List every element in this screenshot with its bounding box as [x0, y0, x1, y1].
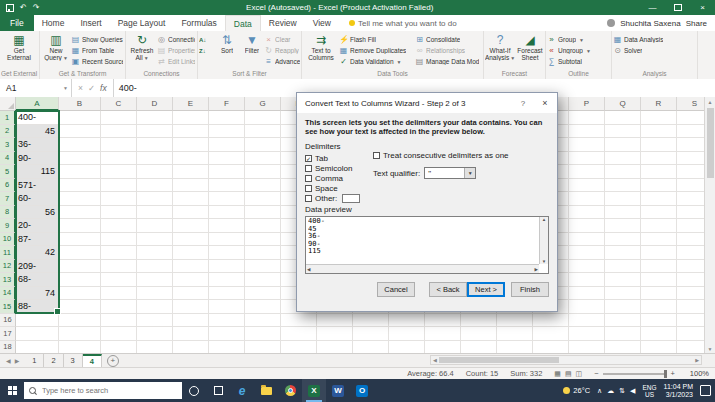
cell-G2[interactable]: [245, 125, 281, 139]
cell-G17[interactable]: [245, 327, 281, 341]
sheet-tab-3[interactable]: 3: [64, 354, 83, 367]
cell-A17[interactable]: [16, 327, 59, 341]
cell-P10[interactable]: [569, 233, 605, 247]
cell-E6[interactable]: [173, 179, 209, 193]
preview-scroll-right-icon[interactable]: ▶: [535, 267, 538, 272]
properties-button[interactable]: ▤Properties: [157, 45, 195, 56]
cell-G14[interactable]: [245, 287, 281, 301]
cell-C17[interactable]: [101, 327, 137, 341]
connections-button[interactable]: ◎Connections: [157, 34, 195, 45]
cell-A5[interactable]: 115: [16, 165, 59, 179]
row-header-15[interactable]: 15: [0, 300, 16, 314]
tab-formulas[interactable]: Formulas: [173, 15, 224, 31]
ungroup-button[interactable]: «Ungroup▼: [547, 45, 609, 56]
cell-F6[interactable]: [209, 179, 245, 193]
cell-Q18[interactable]: [605, 341, 641, 354]
cell-D2[interactable]: [137, 125, 173, 139]
cell-P12[interactable]: [569, 260, 605, 274]
cell-A14[interactable]: 74: [16, 287, 59, 301]
tab-checkbox[interactable]: ✓: [305, 155, 312, 162]
cell-J17[interactable]: [353, 327, 389, 341]
data-analysis-button[interactable]: ▦Data Analysis: [613, 34, 695, 45]
row-header-6[interactable]: 6: [0, 179, 16, 193]
cell-H17[interactable]: [281, 327, 317, 341]
cell-P6[interactable]: [569, 179, 605, 193]
cell-R9[interactable]: [641, 219, 677, 233]
cell-M17[interactable]: [461, 327, 497, 341]
cell-D6[interactable]: [137, 179, 173, 193]
minimize-button[interactable]: —: [640, 0, 665, 15]
clear-button[interactable]: ×Clear: [264, 34, 300, 45]
cell-Q8[interactable]: [605, 206, 641, 220]
get-external-data-button[interactable]: ▦Get External Data▼: [1, 32, 37, 70]
cell-R7[interactable]: [641, 192, 677, 206]
cell-B10[interactable]: [59, 233, 101, 247]
row-header-14[interactable]: 14: [0, 287, 16, 301]
tab-insert[interactable]: Insert: [72, 15, 109, 31]
dialog-help-button[interactable]: ?: [513, 99, 533, 108]
cell-Q16[interactable]: [605, 314, 641, 328]
preview-vertical-scrollbar[interactable]: ▲ ▼: [539, 217, 548, 264]
row-header-16[interactable]: 16: [0, 314, 16, 328]
next-button[interactable]: Next >: [467, 282, 505, 297]
chrome-taskbar-button[interactable]: [278, 379, 302, 402]
cell-C5[interactable]: [101, 165, 137, 179]
row-header-8[interactable]: 8: [0, 206, 16, 220]
cell-D3[interactable]: [137, 138, 173, 152]
cell-P9[interactable]: [569, 219, 605, 233]
filter-button[interactable]: ▼Filter: [240, 32, 264, 70]
cell-B9[interactable]: [59, 219, 101, 233]
column-header-F[interactable]: F: [209, 97, 245, 111]
volume-icon[interactable]: ◀: [630, 387, 635, 395]
text-qualifier-dropdown[interactable]: " ▼: [424, 167, 476, 179]
cell-P14[interactable]: [569, 287, 605, 301]
cell-C13[interactable]: [101, 273, 137, 287]
column-header-D[interactable]: D: [137, 97, 173, 111]
cell-P2[interactable]: [569, 125, 605, 139]
cell-C16[interactable]: [101, 314, 137, 328]
advanced-button[interactable]: ≡Advanced: [264, 56, 300, 67]
onedrive-icon[interactable]: ☁: [607, 387, 614, 395]
comma-checkbox[interactable]: [305, 175, 312, 182]
cell-Q13[interactable]: [605, 273, 641, 287]
column-header-E[interactable]: E: [173, 97, 209, 111]
normal-view-icon[interactable]: ▦: [554, 370, 561, 378]
cancel-button[interactable]: Cancel: [377, 282, 415, 297]
cell-A15[interactable]: 88-: [16, 300, 59, 314]
dropdown-arrow-icon[interactable]: ▼: [464, 168, 475, 178]
cell-D1[interactable]: [137, 111, 173, 125]
cell-R8[interactable]: [641, 206, 677, 220]
cell-B16[interactable]: [59, 314, 101, 328]
dialog-close-button[interactable]: ×: [533, 98, 557, 108]
row-header-5[interactable]: 5: [0, 165, 16, 179]
undo-icon[interactable]: ↶: [20, 3, 27, 12]
cell-F14[interactable]: [209, 287, 245, 301]
space-checkbox[interactable]: [305, 185, 312, 192]
row-header-7[interactable]: 7: [0, 192, 16, 206]
row-header-4[interactable]: 4: [0, 152, 16, 166]
remove-duplicates-button[interactable]: ▦Remove Duplicates: [339, 45, 415, 56]
relationships-button[interactable]: ∞Relationships: [415, 45, 479, 56]
cell-B18[interactable]: [59, 341, 101, 354]
cell-B7[interactable]: [59, 192, 101, 206]
start-button[interactable]: [0, 379, 24, 402]
cell-R4[interactable]: [641, 152, 677, 166]
cell-N17[interactable]: [497, 327, 533, 341]
consolidate-button[interactable]: ⊞Consolidate: [415, 34, 479, 45]
scroll-down-icon[interactable]: ▼: [708, 344, 713, 353]
row-header-13[interactable]: 13: [0, 273, 16, 287]
cell-G8[interactable]: [245, 206, 281, 220]
cell-F1[interactable]: [209, 111, 245, 125]
cell-R18[interactable]: [641, 341, 677, 354]
cell-G16[interactable]: [245, 314, 281, 328]
preview-scroll-up-icon[interactable]: ▲: [542, 217, 546, 222]
vertical-scrollbar[interactable]: ▲▼: [704, 97, 715, 353]
cell-D5[interactable]: [137, 165, 173, 179]
share-button[interactable]: Share: [686, 19, 707, 28]
cell-G11[interactable]: [245, 246, 281, 260]
cell-F10[interactable]: [209, 233, 245, 247]
zoom-level[interactable]: 100%: [687, 369, 709, 378]
cell-B4[interactable]: [59, 152, 101, 166]
cell-E11[interactable]: [173, 246, 209, 260]
cell-A9[interactable]: 20-: [16, 219, 59, 233]
